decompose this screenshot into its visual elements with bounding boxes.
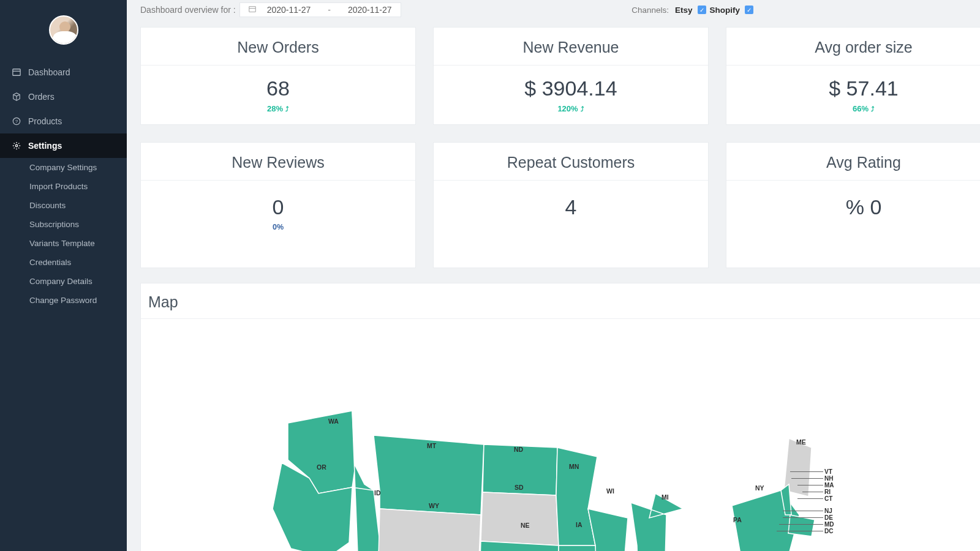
leader-line <box>779 524 823 525</box>
card-value: $ 3904.14 <box>434 77 708 100</box>
question-icon: ? <box>12 117 22 126</box>
channels-filter: Channels: Etsy ✓ Shopify ✓ <box>631 6 753 15</box>
leader-line <box>797 498 823 499</box>
label-ri: RI <box>824 489 831 495</box>
channels-label: Channels: <box>631 6 669 15</box>
avatar[interactable] <box>49 15 78 45</box>
card-body: $ 3904.14 120%⤴ <box>434 66 708 124</box>
leader-line <box>790 471 823 472</box>
card-repeat-customers: Repeat Customers 4 <box>433 142 709 268</box>
card-new-orders: New Orders 68 28%⤴ <box>140 27 416 125</box>
card-title: Avg order size <box>726 28 980 66</box>
card-change: 28%⤴ <box>141 104 415 113</box>
nav-label: Settings <box>28 141 62 151</box>
state-ma-ct-ri <box>788 515 815 536</box>
state-nd <box>483 444 557 495</box>
channel-shopify-checkbox[interactable]: ✓ <box>745 6 753 14</box>
avatar-wrap <box>0 0 127 60</box>
card-change: 66%⤴ <box>726 104 980 113</box>
card-value: % 0 <box>726 195 980 219</box>
calendar-icon <box>249 6 256 15</box>
card-body: 0 0% <box>141 181 415 268</box>
state-mt <box>374 435 484 515</box>
sub-discounts[interactable]: Discounts <box>0 196 127 215</box>
map-body[interactable]: WA MT ND OR ID SD WY MN WI MI IA NE NY M… <box>141 319 980 551</box>
card-title: Repeat Customers <box>434 143 708 181</box>
leader-line <box>791 478 823 479</box>
date-range-picker[interactable]: 2020-11-27 - 2020-11-27 <box>239 2 401 17</box>
label-nj: NJ <box>824 508 832 514</box>
card-value: $ 57.41 <box>726 77 980 100</box>
card-body: 4 <box>434 181 708 268</box>
date-filter: Dashboard overview for : 2020-11-27 - 20… <box>140 2 401 17</box>
card-title: Avg Rating <box>726 143 980 181</box>
gear-icon <box>12 141 22 150</box>
sub-company-details[interactable]: Company Details <box>0 272 127 291</box>
channel-etsy: Etsy <box>675 6 693 15</box>
cube-icon <box>12 92 22 101</box>
leader-line <box>797 485 823 485</box>
state-mn <box>556 448 597 545</box>
arrow-up-icon: ⤴ <box>285 105 289 113</box>
card-body: $ 57.41 66%⤴ <box>726 66 980 124</box>
label-dc: DC <box>824 528 833 534</box>
main-content: Dashboard overview for : 2020-11-27 - 20… <box>127 0 980 551</box>
label-ma: MA <box>824 482 834 489</box>
state-id <box>352 411 380 551</box>
sub-import-products[interactable]: Import Products <box>0 177 127 196</box>
card-value: 68 <box>141 77 415 100</box>
svg-point-4 <box>15 144 18 147</box>
channel-etsy-checkbox[interactable]: ✓ <box>698 6 706 14</box>
header-row: Dashboard overview for : 2020-11-27 - 20… <box>140 0 980 22</box>
state-sd <box>481 492 559 545</box>
card-new-revenue: New Revenue $ 3904.14 120%⤴ <box>433 27 709 125</box>
leader-line <box>802 492 823 492</box>
card-title: New Orders <box>141 28 415 66</box>
nav-label: Orders <box>28 92 55 102</box>
calendar-icon <box>12 68 22 77</box>
map-section: Map <box>140 283 980 551</box>
nav-orders[interactable]: Orders <box>0 84 127 109</box>
us-map <box>257 386 870 551</box>
card-avg-rating: Avg Rating % 0 <box>726 142 980 268</box>
label-nh: NH <box>824 475 833 482</box>
card-change: 120%⤴ <box>434 104 708 113</box>
label-md: MD <box>824 521 834 528</box>
sidebar: Dashboard Orders ? Products Settings Com… <box>0 0 127 551</box>
svg-text:?: ? <box>15 119 18 124</box>
leader-line <box>783 511 823 511</box>
nav-label: Dashboard <box>28 67 70 77</box>
arrow-up-icon: ⤴ <box>581 105 584 113</box>
card-body: 68 28%⤴ <box>141 66 415 124</box>
card-new-reviews: New Reviews 0 0% <box>140 142 416 268</box>
card-avg-order-size: Avg order size $ 57.41 66%⤴ <box>726 27 980 125</box>
label-de: DE <box>824 514 833 521</box>
leader-line <box>783 517 823 518</box>
state-ia <box>557 545 597 551</box>
sub-change-password[interactable]: Change Password <box>0 291 127 310</box>
sub-credentials[interactable]: Credentials <box>0 253 127 272</box>
stats-cards: New Orders 68 28%⤴ New Revenue $ 3904.14… <box>140 27 980 268</box>
nav-dashboard[interactable]: Dashboard <box>0 60 127 84</box>
state-mi <box>631 493 683 551</box>
sub-company-settings[interactable]: Company Settings <box>0 158 127 177</box>
date-separator: - <box>328 5 331 15</box>
sub-variants-template[interactable]: Variants Template <box>0 234 127 253</box>
nav-settings[interactable]: Settings <box>0 133 127 158</box>
nav-label: Products <box>28 116 62 126</box>
nav-products[interactable]: ? Products <box>0 109 127 133</box>
date-to: 2020-11-27 <box>348 5 392 15</box>
sub-subscriptions[interactable]: Subscriptions <box>0 215 127 234</box>
card-change: 0% <box>141 223 415 231</box>
date-from: 2020-11-27 <box>267 5 311 15</box>
channel-shopify: Shopify <box>710 6 741 15</box>
card-value: 0 <box>141 195 415 219</box>
svg-rect-5 <box>249 6 255 12</box>
svg-rect-0 <box>13 69 20 76</box>
card-value: 4 <box>434 195 708 219</box>
map-title: Map <box>141 283 980 319</box>
card-body: % 0 <box>726 181 980 268</box>
label-ct: CT <box>824 495 832 502</box>
state-wy <box>378 509 481 551</box>
leader-line <box>777 531 823 531</box>
